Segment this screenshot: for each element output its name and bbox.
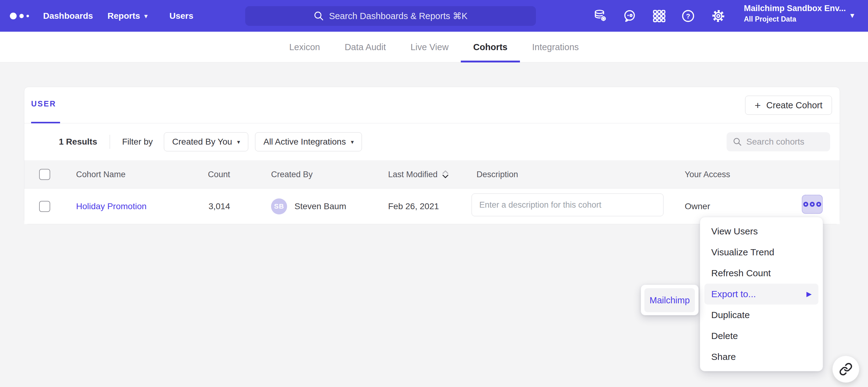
nav-label: Users (169, 11, 193, 21)
chevron-down-icon: ▾ (237, 138, 240, 145)
select-all-checkbox[interactable] (39, 169, 50, 180)
chevron-down-icon: ▾ (145, 12, 148, 20)
top-nav: Dashboards Reports ▾ Users Search Dashbo… (0, 0, 868, 32)
gear-icon (711, 9, 725, 23)
export-submenu: Mailchimp (641, 285, 699, 315)
feedback-button[interactable] (620, 0, 639, 32)
help-button[interactable]: ? (679, 0, 698, 32)
cohort-search-input[interactable] (746, 137, 820, 147)
column-header-count: Count (157, 170, 230, 179)
help-icon: ? (681, 9, 695, 23)
column-header-created-by: Created By (271, 170, 313, 179)
filter-label: Created By You (172, 137, 232, 147)
created-by-name: Steven Baum (294, 202, 346, 211)
description-input[interactable] (472, 194, 663, 216)
nav-item-reports[interactable]: Reports ▾ (107, 0, 148, 32)
global-search-bar[interactable]: Search Dashboards & Reports ⌘K (245, 6, 536, 26)
menu-item-delete[interactable]: Delete (700, 325, 823, 346)
ellipsis-dot-icon (816, 202, 821, 207)
ellipsis-dot-icon (810, 202, 815, 207)
menu-item-label: Export to... (711, 289, 756, 299)
column-header-cohort-name: Cohort Name (76, 170, 126, 179)
tab-user-cohorts[interactable]: USER (31, 99, 56, 108)
nav-item-dashboards[interactable]: Dashboards (43, 0, 93, 32)
filter-by-label: Filter by (122, 137, 153, 147)
database-gear-icon (594, 9, 608, 23)
global-search-placeholder: Search Dashboards & Reports ⌘K (329, 11, 468, 21)
created-by-cell: SB Steven Baum (271, 199, 346, 214)
cohorts-card: USER + Create Cohort 1 Results Filter by… (24, 87, 840, 224)
create-cohort-button[interactable]: + Create Cohort (745, 96, 832, 115)
menu-item-refresh-count[interactable]: Refresh Count (700, 263, 823, 284)
copy-link-button[interactable] (832, 356, 859, 383)
svg-text:?: ? (686, 12, 690, 20)
column-label: Last Modified (388, 170, 438, 179)
apps-button[interactable] (650, 0, 669, 32)
ellipsis-dot-icon (803, 202, 808, 207)
cohorts-card-header: USER + Create Cohort (24, 87, 840, 124)
submenu-item-mailchimp[interactable]: Mailchimp (644, 288, 695, 312)
cohort-actions-menu: View Users Visualize Trend Refresh Count… (700, 217, 823, 371)
created-by-filter-dropdown[interactable]: Created By You ▾ (164, 132, 248, 151)
cohort-name-link[interactable]: Holiday Promotion (76, 202, 147, 211)
menu-item-duplicate[interactable]: Duplicate (700, 305, 823, 325)
divider (110, 135, 110, 149)
apps-grid-icon (652, 9, 666, 23)
menu-item-visualize-trend[interactable]: Visualize Trend (700, 242, 823, 263)
nav-item-users[interactable]: Users (169, 0, 193, 32)
feedback-chat-icon (622, 9, 637, 23)
plus-icon: + (755, 100, 761, 110)
filter-bar: 1 Results Filter by Created By You ▾ All… (24, 124, 840, 160)
search-icon (314, 11, 324, 21)
link-chain-icon (839, 362, 852, 376)
nav-label: Reports (107, 11, 140, 21)
menu-item-view-users[interactable]: View Users (700, 221, 823, 242)
column-header-description: Description (476, 170, 518, 179)
sort-icon (441, 170, 450, 179)
menu-item-share[interactable]: Share (700, 346, 823, 367)
tab-cohorts[interactable]: Cohorts (461, 32, 520, 63)
row-actions-button[interactable] (802, 195, 823, 214)
nav-label: Dashboards (43, 11, 93, 21)
access-level: Owner (685, 202, 710, 211)
filter-label: All Active Integrations (264, 137, 346, 147)
avatar: SB (271, 199, 287, 214)
project-name: Mailchimp Sandbox Env... (744, 4, 845, 13)
column-header-your-access: Your Access (685, 170, 730, 179)
chevron-down-icon: ▾ (351, 138, 354, 145)
cohort-search (726, 132, 830, 151)
project-scope: All Project Data (744, 15, 845, 23)
tab-live-view[interactable]: Live View (398, 32, 461, 63)
search-icon (733, 137, 742, 146)
submenu-arrow-icon: ▶ (806, 290, 812, 298)
chevron-down-icon[interactable]: ▼ (849, 12, 856, 20)
mixpanel-logo-icon[interactable] (10, 0, 29, 32)
app-root: Dashboards Reports ▾ Users Search Dashbo… (0, 0, 868, 387)
create-cohort-label: Create Cohort (766, 100, 823, 110)
data-management-button[interactable] (591, 0, 610, 32)
menu-item-export-to[interactable]: Export to... ▶ (705, 284, 818, 305)
tab-data-audit[interactable]: Data Audit (332, 32, 398, 63)
settings-button[interactable] (709, 0, 727, 32)
results-count: 1 Results (59, 137, 97, 147)
last-modified-date: Feb 26, 2021 (388, 202, 439, 211)
table-header-row: Cohort Name Count Created By Last Modifi… (24, 160, 840, 188)
tab-lexicon[interactable]: Lexicon (277, 32, 332, 63)
tab-integrations[interactable]: Integrations (520, 32, 591, 63)
project-selector[interactable]: Mailchimp Sandbox Env... All Project Dat… (744, 4, 845, 23)
integrations-filter-dropdown[interactable]: All Active Integrations ▾ (255, 132, 362, 151)
cohort-count: 3,014 (157, 202, 230, 211)
data-management-tabs: Lexicon Data Audit Live View Cohorts Int… (0, 32, 868, 63)
row-checkbox[interactable] (39, 201, 50, 212)
column-header-last-modified[interactable]: Last Modified (388, 170, 450, 179)
